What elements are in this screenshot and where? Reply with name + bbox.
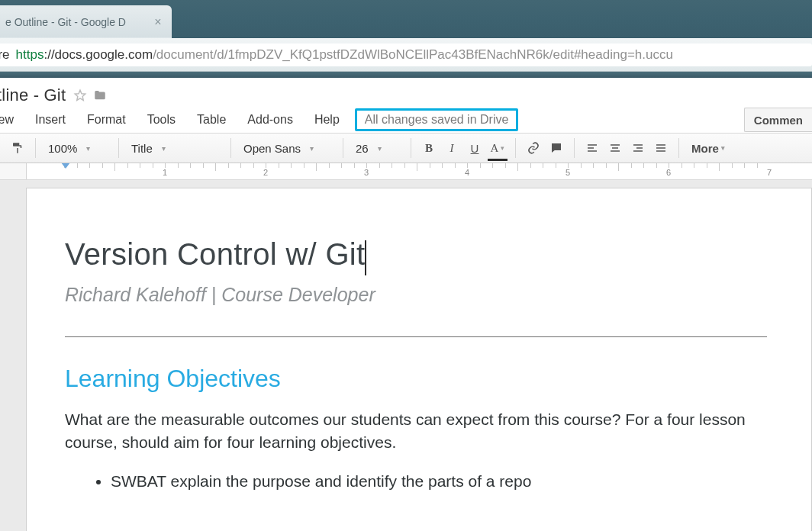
- save-status: All changes saved in Drive: [355, 108, 519, 131]
- ruler-number: 5: [566, 168, 570, 177]
- insert-comment-icon[interactable]: [545, 137, 568, 159]
- ruler-number: 2: [263, 168, 268, 177]
- align-center-icon[interactable]: [604, 137, 627, 159]
- address-bar: ure https://docs.google.com/document/d/1…: [0, 38, 812, 72]
- paragraph-style-select[interactable]: Title ▾: [125, 137, 224, 159]
- chrome-separator: [0, 72, 812, 78]
- document-name[interactable]: tline - Git: [0, 85, 70, 105]
- chevron-down-icon: ▾: [310, 144, 314, 153]
- url-path: /document/d/1fmpDZV_KfQ1pstfDZdWlBoNCEll…: [153, 47, 673, 63]
- browser-tab-title: e Outline - Git - Google D: [5, 16, 126, 28]
- star-icon[interactable]: [70, 86, 90, 105]
- font-family-select[interactable]: Open Sans ▾: [237, 137, 337, 159]
- document-subtitle[interactable]: Richard Kalehoff | Course Developer: [65, 284, 811, 306]
- ruler-number: 3: [364, 168, 369, 177]
- browser-tab[interactable]: e Outline - Git - Google D ×: [0, 5, 172, 38]
- list-item[interactable]: SWBAT explain the purpose and identify t…: [111, 470, 811, 493]
- url-prefix-fragment: ure: [0, 47, 10, 63]
- svg-marker-0: [75, 90, 85, 100]
- document-heading-2[interactable]: Learning Objectives: [65, 365, 811, 393]
- underline-button[interactable]: U: [463, 137, 486, 159]
- italic-button[interactable]: I: [440, 137, 463, 159]
- ruler-number: 7: [767, 168, 772, 177]
- chevron-down-icon: ▾: [162, 144, 166, 153]
- toolbar: 100% ▾ Title ▾ Open Sans ▾ 26 ▾: [0, 133, 812, 163]
- text-color-button[interactable]: A▾: [486, 137, 509, 159]
- ruler-number: 4: [465, 168, 469, 177]
- comments-button-label: Commen: [754, 114, 803, 127]
- menu-format[interactable]: Format: [76, 113, 137, 127]
- align-right-icon[interactable]: [627, 137, 649, 159]
- ruler-number: 6: [666, 168, 671, 177]
- text-cursor: [365, 240, 366, 275]
- align-left-icon[interactable]: [581, 137, 604, 159]
- font-size-select[interactable]: 26 ▾: [350, 137, 404, 159]
- chevron-down-icon: ▾: [86, 144, 90, 153]
- menu-tools[interactable]: Tools: [137, 113, 186, 127]
- browser-chrome: e Outline - Git - Google D × ure https:/…: [0, 0, 812, 78]
- url-host: ://docs.google.com: [44, 47, 153, 63]
- tab-strip: e Outline - Git - Google D ×: [0, 0, 812, 38]
- url-scheme: https: [16, 47, 44, 63]
- ruler[interactable]: 1234567: [0, 163, 812, 180]
- document-name-row: tline - Git: [0, 78, 812, 107]
- paint-format-icon[interactable]: [6, 137, 29, 159]
- document-page[interactable]: Version Control w/ Git Richard Kalehoff …: [26, 188, 812, 531]
- more-toolbar-button[interactable]: More ▾: [685, 137, 731, 159]
- menu-table[interactable]: Table: [186, 113, 237, 127]
- more-label: More: [691, 142, 719, 155]
- comments-button[interactable]: Commen: [744, 108, 812, 132]
- menu-insert[interactable]: Insert: [24, 113, 76, 127]
- zoom-value: 100%: [48, 142, 77, 155]
- menu-addons[interactable]: Add-ons: [237, 113, 304, 127]
- font-family-value: Open Sans: [243, 142, 301, 155]
- document-bullet-list[interactable]: SWBAT explain the purpose and identify t…: [65, 470, 811, 493]
- zoom-select[interactable]: 100% ▾: [42, 137, 112, 159]
- menu-view[interactable]: iew: [0, 113, 24, 127]
- folder-icon[interactable]: [90, 86, 110, 105]
- document-paragraph[interactable]: What are the measurable outcomes our stu…: [65, 408, 798, 455]
- url-input[interactable]: ure https://docs.google.com/document/d/1…: [0, 43, 812, 66]
- close-icon[interactable]: ×: [152, 16, 164, 28]
- chevron-down-icon: ▾: [501, 144, 504, 152]
- insert-link-icon[interactable]: [522, 137, 545, 159]
- horizontal-rule: [65, 336, 767, 337]
- bold-button[interactable]: B: [417, 137, 440, 159]
- document-title[interactable]: Version Control w/ Git: [65, 237, 365, 272]
- chevron-down-icon: ▾: [721, 144, 725, 152]
- font-size-value: 26: [356, 142, 369, 155]
- menu-help[interactable]: Help: [304, 113, 350, 127]
- ruler-number: 1: [163, 168, 167, 177]
- menu-bar: iew Insert Format Tools Table Add-ons He…: [0, 107, 812, 133]
- document-title-text: Version Control w/ Git: [65, 237, 365, 271]
- align-justify-icon[interactable]: [649, 137, 672, 159]
- chevron-down-icon: ▾: [378, 144, 382, 153]
- indent-marker-icon[interactable]: [61, 163, 70, 169]
- paragraph-style-value: Title: [131, 142, 153, 155]
- document-canvas: Version Control w/ Git Richard Kalehoff …: [0, 180, 812, 531]
- docs-header: tline - Git iew Insert Format Tools Tabl…: [0, 78, 812, 180]
